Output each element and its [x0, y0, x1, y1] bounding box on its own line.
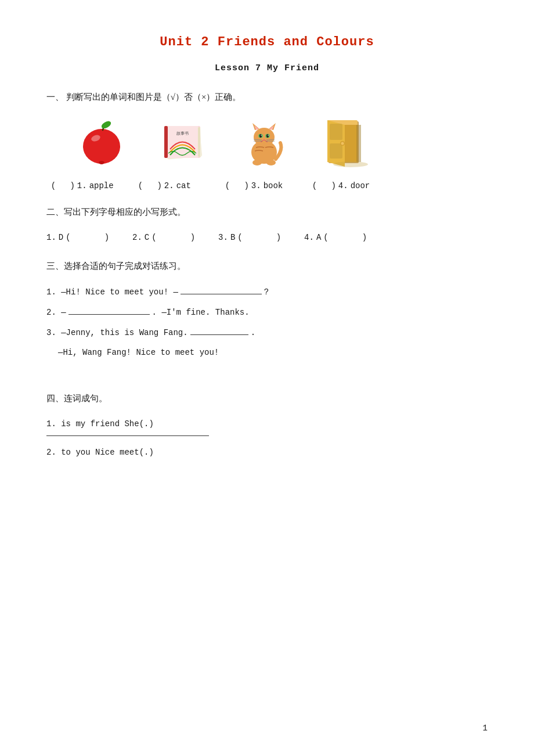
sec2-blank-c[interactable] — [159, 229, 188, 246]
bracket-close-cat: ) — [157, 181, 161, 190]
item-num-4: 4. — [338, 181, 348, 190]
svg-rect-32 — [345, 125, 358, 162]
sec4-num-1: 1. — [46, 419, 61, 429]
section-1-header: 一、 判断写出的单词和图片是（√）否（×）正确。 — [46, 89, 488, 105]
sec2-blank-d[interactable] — [73, 229, 102, 246]
ex3-num-3: 3. —Jenny, this is Wang Fang. — [46, 328, 188, 337]
section-2-header: 二、写出下列字母相应的小写形式。 — [46, 204, 488, 220]
page-number: 1 — [483, 723, 488, 733]
svg-text:故事书: 故事书 — [176, 131, 188, 136]
door-icon — [323, 117, 368, 168]
svg-point-36 — [341, 142, 344, 145]
ex3-item-1: 1. —Hi! Nice to meet you! —? — [46, 283, 488, 301]
sec2-open-c: ( — [151, 229, 156, 246]
sec4-item-2: 2. to you Nice meet(.) — [46, 444, 488, 460]
item-num-3: 3. — [251, 181, 261, 190]
sec2-item-a: 4. A ( ) — [304, 229, 367, 246]
sec2-close-d: ) — [104, 229, 109, 246]
item-word-door: door — [351, 181, 370, 190]
sec2-letter-a: A — [316, 229, 321, 246]
svg-rect-33 — [330, 124, 342, 140]
sec2-letter-b: B — [230, 229, 235, 246]
item-word-cat: cat — [176, 181, 191, 190]
item-book: ( ) 3. book — [221, 181, 290, 190]
cat-icon — [240, 118, 289, 166]
bracket-close-door: ) — [331, 181, 335, 190]
space-book — [237, 181, 241, 190]
svg-point-29 — [266, 160, 276, 165]
svg-point-3 — [99, 161, 104, 164]
ex3-period-3: . — [251, 328, 255, 337]
svg-point-20 — [266, 134, 269, 138]
sec2-open-d: ( — [66, 229, 70, 246]
ex3-num-2: 2. — — [46, 308, 66, 317]
bracket-cat: ( — [134, 181, 147, 190]
sec2-letter-d: D — [59, 229, 63, 246]
sec2-item-d: 1. D ( ) — [46, 229, 109, 246]
item-num-1: 1. — [77, 181, 87, 190]
item-word-apple: apple — [89, 181, 114, 190]
space-apple — [63, 181, 67, 190]
item-door: ( ) 4. door — [308, 181, 377, 190]
bracket-door: ( — [308, 181, 322, 190]
sec2-items-row: 1. D ( ) 2. C ( ) 3. B ( ) 4. A ( — [46, 229, 488, 246]
ex3-period-2: . —I'm fine. Thanks. — [152, 308, 250, 317]
images-row: 故事书 — [70, 114, 488, 170]
item-num-2: 2. — [164, 181, 174, 190]
sec2-item-b: 3. B ( ) — [218, 229, 281, 246]
section-4-header: 四、连词成句。 — [46, 391, 488, 406]
ex3-resp-text: —Hi, Wang Fang! Nice to meet you! — [58, 348, 219, 357]
svg-point-19 — [259, 134, 262, 138]
lesson-title: Lesson 7 My Friend — [46, 63, 488, 73]
door-image — [313, 114, 377, 170]
sec2-num-3: 3. — [218, 229, 228, 246]
apple-icon — [75, 116, 128, 168]
svg-rect-9 — [164, 126, 168, 158]
bracket-close-book: ) — [244, 181, 248, 190]
item-cat: ( ) 2. cat — [134, 181, 203, 190]
book-icon: 故事书 — [156, 117, 211, 167]
section-3: 三、选择合适的句子完成对话练习。 1. —Hi! Nice to meet yo… — [46, 258, 488, 362]
section-4: 四、连词成句。 1. is my friend She(.) 2. to you… — [46, 391, 488, 460]
bracket-book: ( — [221, 181, 234, 190]
sec4-num-2: 2. — [46, 448, 61, 457]
sec2-open-b: ( — [237, 229, 242, 246]
svg-point-2 — [100, 120, 113, 130]
svg-point-21 — [261, 135, 262, 136]
sec4-words-2: to you Nice meet(.) — [61, 448, 154, 457]
sec2-num-1: 1. — [46, 229, 56, 246]
svg-point-22 — [268, 135, 269, 136]
ex3-blank-1[interactable] — [181, 294, 262, 294]
bracket-apple: ( — [46, 181, 60, 190]
sec2-close-b: ) — [276, 229, 281, 246]
sec2-blank-b[interactable] — [245, 229, 274, 246]
svg-point-38 — [333, 161, 368, 167]
sec4-words-1: is my friend She(.) — [61, 419, 154, 429]
svg-point-28 — [252, 160, 262, 165]
sec2-letter-c: C — [145, 229, 149, 246]
section-2: 二、写出下列字母相应的小写形式。 1. D ( ) 2. C ( ) 3. B … — [46, 204, 488, 246]
answer-line-1 — [46, 435, 209, 436]
svg-rect-34 — [330, 143, 342, 159]
sec4-item-1: 1. is my friend She(.) — [46, 416, 488, 432]
space-door — [324, 181, 329, 190]
sec2-open-a: ( — [323, 229, 328, 246]
item-apple: ( ) 1. apple — [46, 181, 116, 190]
sec2-close-a: ) — [362, 229, 367, 246]
svg-point-0 — [83, 129, 120, 164]
ex3-item-3: 3. —Jenny, this is Wang Fang.. — [46, 324, 488, 342]
ex3-blank-3[interactable] — [190, 334, 248, 335]
items-labels-row: ( ) 1. apple ( ) 2. cat ( ) 3. book ( ) … — [46, 181, 488, 190]
section-3-header: 三、选择合适的句子完成对话练习。 — [46, 258, 488, 274]
ex3-item-2: 2. —. —I'm fine. Thanks. — [46, 304, 488, 322]
bracket-close-apple: ) — [70, 181, 74, 190]
ex3-q1: ? — [264, 287, 269, 297]
ex3-blank-2[interactable] — [68, 314, 150, 315]
sec2-blank-a[interactable] — [331, 229, 360, 246]
sec2-num-2: 2. — [132, 229, 142, 246]
sec2-item-c: 2. C ( ) — [132, 229, 195, 246]
apple-image — [70, 114, 134, 170]
ex3-num-1: 1. —Hi! Nice to meet you! — — [46, 287, 178, 297]
page-title: Unit 2 Friends and Colours — [46, 35, 488, 49]
svg-rect-10 — [198, 127, 200, 157]
